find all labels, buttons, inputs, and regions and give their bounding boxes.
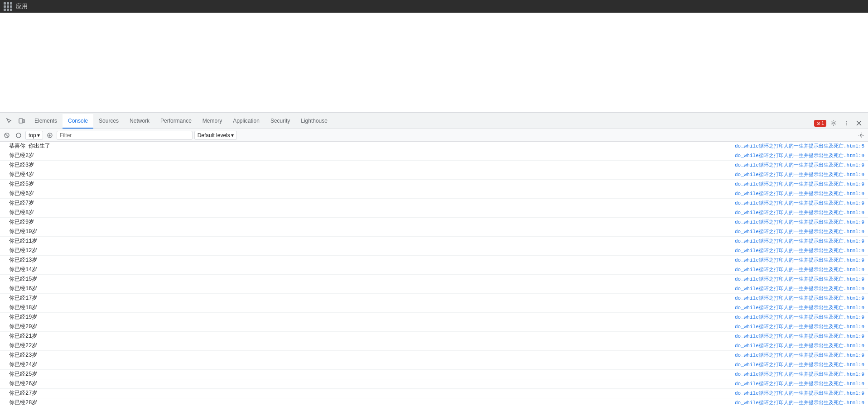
tab-network[interactable]: Network: [124, 114, 155, 129]
console-source-link[interactable]: do_while循环之打印人的一生并提示出生及死亡.html:9: [735, 237, 864, 245]
context-selector[interactable]: top ▾: [25, 131, 43, 140]
console-source-link[interactable]: do_while循环之打印人的一生并提示出生及死亡.html:9: [735, 209, 864, 217]
svg-point-5: [846, 124, 847, 125]
console-source-link[interactable]: do_while循环之打印人的一生并提示出生及死亡.html:9: [735, 190, 864, 198]
console-text: 你已经19岁: [9, 313, 37, 321]
console-row: 你已经3岁do_while循环之打印人的一生并提示出生及死亡.html:9: [0, 161, 868, 170]
console-text: 你已经10岁: [9, 228, 37, 236]
console-row: 你已经28岁do_while循环之打印人的一生并提示出生及死亡.html:9: [0, 398, 868, 406]
console-source-link[interactable]: do_while循环之打印人的一生并提示出生及死亡.html:9: [735, 304, 864, 312]
console-source-link[interactable]: do_while循环之打印人的一生并提示出生及死亡.html:9: [735, 199, 864, 207]
levels-selector[interactable]: Default levels ▾: [194, 131, 237, 140]
levels-dropdown-icon: ▾: [231, 132, 234, 139]
console-row: 你已经16岁do_while循环之打印人的一生并提示出生及死亡.html:9: [0, 284, 868, 294]
tab-memory-label: Memory: [203, 118, 222, 124]
show-network-icon[interactable]: [45, 130, 55, 140]
console-text: 你已经15岁: [9, 275, 37, 283]
tab-application[interactable]: Application: [227, 114, 265, 129]
console-settings-icon[interactable]: [856, 130, 866, 140]
svg-point-9: [860, 134, 862, 136]
console-row: 恭喜你 你出生了 do_while循环之打印人的一生并提示出生及死亡.html:…: [0, 142, 868, 151]
console-text: 你已经18岁: [9, 304, 37, 312]
console-row: 你已经15岁do_while循环之打印人的一生并提示出生及死亡.html:9: [0, 275, 868, 284]
console-source-link[interactable]: do_while循环之打印人的一生并提示出生及死亡.html:9: [735, 370, 864, 378]
tab-security[interactable]: Security: [265, 114, 295, 129]
console-row: 你已经4岁do_while循环之打印人的一生并提示出生及死亡.html:9: [0, 170, 868, 180]
tab-performance[interactable]: Performance: [155, 114, 197, 129]
console-text: 你已经25岁: [9, 370, 37, 378]
console-output[interactable]: 恭喜你 你出生了 do_while循环之打印人的一生并提示出生及死亡.html:…: [0, 142, 868, 406]
console-text: 恭喜你 你出生了: [9, 142, 50, 150]
console-row: 你已经22岁do_while循环之打印人的一生并提示出生及死亡.html:9: [0, 341, 868, 351]
console-row: 你已经18岁do_while循环之打印人的一生并提示出生及死亡.html:9: [0, 303, 868, 313]
console-text: 你已经2岁: [9, 152, 34, 160]
tab-list: Elements Console Sources Network Perform…: [29, 113, 814, 129]
console-source-link[interactable]: do_while循环之打印人的一生并提示出生及死亡.html:9: [735, 218, 864, 226]
console-text: 你已经24岁: [9, 361, 37, 369]
device-toolbar-icon[interactable]: [16, 115, 27, 126]
devtools-tabs: Elements Console Sources Network Perform…: [0, 113, 868, 129]
tab-elements[interactable]: Elements: [29, 114, 63, 129]
console-source-link[interactable]: do_while循环之打印人的一生并提示出生及死亡.html:9: [735, 256, 864, 264]
console-row: 你已经6岁do_while循环之打印人的一生并提示出生及死亡.html:9: [0, 189, 868, 199]
console-source-link[interactable]: do_while循环之打印人的一生并提示出生及死亡.html:9: [735, 152, 864, 160]
console-source-link[interactable]: do_while循环之打印人的一生并提示出生及死亡.html:9: [735, 399, 864, 406]
context-value: top: [29, 132, 36, 139]
console-text: 你已经22岁: [9, 342, 37, 350]
console-source-link[interactable]: do_while循环之打印人的一生并提示出生及死亡.html:9: [735, 351, 864, 359]
app-grid-icon: [4, 2, 12, 11]
settings-icon[interactable]: [828, 118, 839, 129]
console-text: 你已经27岁: [9, 389, 37, 397]
console-text: 你已经9岁: [9, 218, 34, 226]
preserve-log-icon[interactable]: [14, 130, 24, 140]
tab-lighthouse-label: Lighthouse: [301, 118, 328, 124]
console-source-link[interactable]: do_while循环之打印人的一生并提示出生及死亡.html:9: [735, 294, 864, 302]
console-text: 你已经16岁: [9, 285, 37, 293]
console-source-link[interactable]: do_while循环之打印人的一生并提示出生及死亡.html:9: [735, 275, 864, 283]
console-row: 你已经10岁do_while循环之打印人的一生并提示出生及死亡.html:9: [0, 227, 868, 237]
console-source-link[interactable]: do_while循环之打印人的一生并提示出生及死亡.html:9: [735, 361, 864, 369]
console-source-link[interactable]: do_while循环之打印人的一生并提示出生及死亡.html:9: [735, 313, 864, 321]
console-text: 你已经6岁: [9, 190, 34, 198]
console-text: 你已经28岁: [9, 399, 37, 406]
console-source-link[interactable]: do_while循环之打印人的一生并提示出生及死亡.html:9: [735, 389, 864, 397]
inspect-element-icon[interactable]: [4, 115, 14, 126]
filter-input[interactable]: [57, 131, 193, 140]
levels-value: Default levels: [198, 132, 230, 139]
tab-elements-label: Elements: [34, 118, 57, 124]
more-options-icon[interactable]: [841, 118, 852, 129]
console-text: 你已经21岁: [9, 332, 37, 340]
console-text: 你已经5岁: [9, 180, 34, 188]
console-toolbar: top ▾ Default levels ▾: [0, 129, 868, 142]
error-badge[interactable]: ⊗ 1: [814, 120, 826, 127]
console-text: 你已经26岁: [9, 380, 37, 388]
svg-rect-1: [23, 119, 24, 123]
tab-memory[interactable]: Memory: [197, 114, 227, 129]
console-source-link[interactable]: do_while循环之打印人的一生并提示出生及死亡.html:9: [735, 171, 864, 179]
close-devtools-icon[interactable]: [854, 118, 864, 129]
console-source-link[interactable]: do_while循环之打印人的一生并提示出生及死亡.html:9: [735, 180, 864, 188]
svg-rect-0: [19, 119, 23, 123]
error-icon: ⊗: [816, 120, 820, 126]
browser-content: [0, 13, 868, 112]
clear-console-icon[interactable]: [2, 130, 12, 140]
console-source-link[interactable]: do_while循环之打印人的一生并提示出生及死亡.html:9: [735, 342, 864, 350]
tab-lighthouse[interactable]: Lighthouse: [295, 114, 333, 129]
console-row: 你已经23岁do_while循环之打印人的一生并提示出生及死亡.html:9: [0, 351, 868, 360]
console-row: 你已经11岁do_while循环之打印人的一生并提示出生及死亡.html:9: [0, 237, 868, 246]
console-row: 你已经21岁do_while循环之打印人的一生并提示出生及死亡.html:9: [0, 332, 868, 341]
console-source-link[interactable]: do_while循环之打印人的一生并提示出生及死亡.html:9: [735, 247, 864, 255]
console-row: 你已经17岁do_while循环之打印人的一生并提示出生及死亡.html:9: [0, 294, 868, 303]
console-source-link[interactable]: do_while循环之打印人的一生并提示出生及死亡.html:9: [735, 228, 864, 236]
console-text: 你已经7岁: [9, 199, 34, 207]
console-source-link[interactable]: do_while循环之打印人的一生并提示出生及死亡.html:9: [735, 332, 864, 340]
tab-console[interactable]: Console: [63, 114, 93, 129]
console-source-link[interactable]: do_while循环之打印人的一生并提示出生及死亡.html:5: [735, 142, 864, 150]
console-source-link[interactable]: do_while循环之打印人的一生并提示出生及死亡.html:9: [735, 266, 864, 274]
console-source-link[interactable]: do_while循环之打印人的一生并提示出生及死亡.html:9: [735, 285, 864, 293]
console-row: 你已经13岁do_while循环之打印人的一生并提示出生及死亡.html:9: [0, 256, 868, 265]
console-source-link[interactable]: do_while循环之打印人的一生并提示出生及死亡.html:9: [735, 161, 864, 169]
console-source-link[interactable]: do_while循环之打印人的一生并提示出生及死亡.html:9: [735, 380, 864, 388]
tab-sources[interactable]: Sources: [93, 114, 124, 129]
console-source-link[interactable]: do_while循环之打印人的一生并提示出生及死亡.html:9: [735, 323, 864, 331]
